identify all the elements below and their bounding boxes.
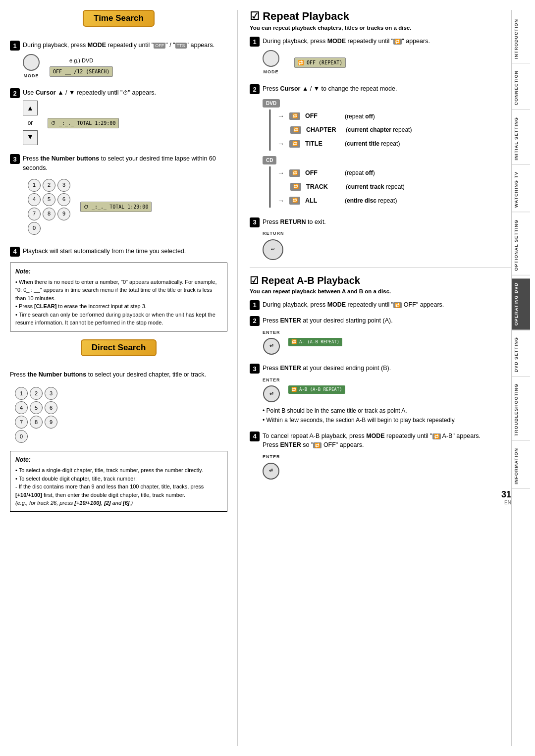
sidebar-optional-setting: OPTIONAL SETTING xyxy=(512,216,530,275)
repeat-ab-title: ☑ Repeat A-B Playback xyxy=(250,274,511,286)
ab-step4: 4 To cancel repeat A-B playback, press M… xyxy=(250,432,511,480)
cursor-down: ▲ xyxy=(23,130,38,145)
ab-notes: • Point B should be in the same title or… xyxy=(263,406,511,425)
enter-btn-b: ENTER ⏎ 🔁 A-B (A-B REPEAT) xyxy=(263,377,511,403)
dvd-title-row: → 🔁 TITLE (current title repeat) xyxy=(277,139,412,149)
enter-cancel-btn: ⏎ xyxy=(263,463,279,480)
page-number: 31 xyxy=(250,489,511,500)
cd-off-row: → 🔁 OFF (repeat off) xyxy=(277,168,405,178)
ab-display-a: 🔁 A- (A-B REPEAT) xyxy=(288,338,343,347)
time-search-step2: 2 Use Cursor ▲ / ▼ repeatedly until "⏱" … xyxy=(10,88,227,148)
enter-cancel-label: ENTER xyxy=(263,454,280,461)
or-label: or xyxy=(28,118,33,127)
step-number-1: 1 xyxy=(10,41,20,51)
step3-content: Press the Number buttons to select your … xyxy=(23,154,227,241)
sidebar: INTRODUCTION CONNECTION INITIAL SETTING … xyxy=(511,10,530,746)
mode-button-img xyxy=(23,54,40,71)
step1-content: During playback, press MODE repeatedly u… xyxy=(23,41,227,82)
r-step-num-2: 2 xyxy=(250,84,260,94)
number-grid: 1 2 3 4 5 6 7 8 9 xyxy=(28,179,70,235)
time-search-display: OFF __ /12 (SEARCH) xyxy=(50,66,113,77)
sidebar-troubleshooting: TROUBLESHOOTING xyxy=(512,379,530,441)
num-3: 3 xyxy=(57,179,70,192)
time-search-step3: 3 Press the Number buttons to select you… xyxy=(10,154,227,241)
cd-section: CD → 🔁 OFF (repeat off) 🔁 xyxy=(263,156,511,208)
ab-step2: 2 Press ENTER at your desired starting p… xyxy=(250,316,511,358)
time-search-note: Note: • When there is no need to enter a… xyxy=(10,263,227,331)
enter-button-a: ⏎ xyxy=(263,338,280,355)
repeat-step1: 1 During playback, press MODE repeatedly… xyxy=(250,37,511,78)
sidebar-introduction: INTRODUCTION xyxy=(512,15,530,63)
ds-note-3: - If the disc contains more than 9 and l… xyxy=(15,483,222,499)
direct-search-title: Direct Search xyxy=(81,339,157,356)
num-2: 2 xyxy=(43,179,55,192)
r-step1-content: During playback, press MODE repeatedly u… xyxy=(263,37,511,78)
time-search-step4: 4 Playback will start automatically from… xyxy=(10,247,227,257)
dvd-chapter-row: 🔁 CHAPTER (current chapter repeat) xyxy=(277,125,412,135)
ab-step-num-3: 3 xyxy=(250,364,260,374)
direct-search-buttons: 1 2 3 4 5 6 7 8 9 0 xyxy=(10,384,227,446)
ds-num-9: 9 xyxy=(45,416,57,429)
ds-note-title: Note: xyxy=(15,455,222,464)
r-mode-label: MODE xyxy=(264,69,279,76)
direct-search-note: Note: • To select a single-digit chapter… xyxy=(10,451,227,512)
step4-content: Playback will start automatically from t… xyxy=(23,247,227,256)
note-item-1: • When there is no need to enter a numbe… xyxy=(15,278,222,303)
dvd-off-row: → 🔁 OFF (repeat off) xyxy=(277,111,412,121)
num-1: 1 xyxy=(28,179,41,192)
cursor-up: ▲ xyxy=(23,101,38,115)
ds-num-4: 4 xyxy=(15,401,28,414)
ab-step1-content: During playback, press MODE repeatedly u… xyxy=(263,300,511,310)
dvd-badge: DVD xyxy=(263,99,280,108)
sidebar-dvd-setting: DVD SETTING xyxy=(512,333,530,377)
r-step-num-1: 1 xyxy=(250,37,260,47)
enter-label-b: ENTER xyxy=(263,377,280,384)
num-6: 6 xyxy=(57,193,70,206)
ds-num-3: 3 xyxy=(45,387,57,400)
dvd-section: DVD → 🔁 OFF (repeat off) 🔁 xyxy=(263,99,511,151)
r-mode-button xyxy=(263,50,279,67)
repeat-playback-title: ☑ Repeat Playback xyxy=(250,10,511,23)
r-step-num-3: 3 xyxy=(250,217,260,227)
ds-num-0: 0 xyxy=(15,430,28,443)
repeat-subtitle: You can repeat playback chapters, titles… xyxy=(250,25,511,31)
note-title: Note: xyxy=(15,267,222,276)
ds-note-1: • To select a single-digit chapter, titl… xyxy=(15,466,222,475)
time-search-display2: ⏱ _:_._ TOTAL 1:29:00 xyxy=(48,118,119,128)
ab-step4-content: To cancel repeat A-B playback, press MOD… xyxy=(263,432,511,480)
ab-step2-content: Press ENTER at your desired starting poi… xyxy=(263,316,511,358)
ds-num-1: 1 xyxy=(15,387,28,400)
enter-button-b: ⏎ xyxy=(263,385,280,402)
ab-step-num-1: 1 xyxy=(250,300,260,310)
page-number-area: 31 EN xyxy=(250,489,511,505)
ds-num-6: 6 xyxy=(45,401,57,414)
cd-track-row: 🔁 TRACK (current track repeat) xyxy=(277,182,405,192)
sidebar-information: INFORMATION xyxy=(512,444,530,489)
r-step2-content: Press Cursor ▲ / ▼ to change the repeat … xyxy=(263,84,511,211)
ds-note-2: • To select double digit chapter, title,… xyxy=(15,475,222,483)
ab-display-b: 🔁 A-B (A-B REPEAT) xyxy=(288,385,345,394)
cd-badge: CD xyxy=(263,156,276,164)
en-label: EN xyxy=(250,500,511,505)
ab-step-num-4: 4 xyxy=(250,432,260,441)
num-7: 7 xyxy=(28,208,41,220)
ds-num-8: 8 xyxy=(30,416,43,429)
cursor-buttons: ▲ xyxy=(23,101,38,115)
note-item-3: • Time search can only be performed duri… xyxy=(15,311,222,327)
sidebar-connection: CONNECTION xyxy=(512,66,530,110)
enter-label-a: ENTER xyxy=(263,329,280,336)
sidebar-operating-dvd: OPERATING DVD xyxy=(512,278,530,330)
num-8: 8 xyxy=(43,208,55,220)
ab-step-num-2: 2 xyxy=(250,316,260,326)
num-5: 5 xyxy=(43,193,55,206)
sidebar-initial-setting: INITIAL SETTING xyxy=(512,113,530,165)
step-number-2: 2 xyxy=(10,88,20,98)
repeat-step2: 2 Press Cursor ▲ / ▼ to change the repea… xyxy=(250,84,511,211)
return-button-img: ↩ xyxy=(263,239,283,260)
mode-label: MODE xyxy=(24,73,39,80)
repeat-ab-subtitle: You can repeat playback between A and B … xyxy=(250,288,511,294)
cd-all-row: → 🔁 ALL (entire disc repeat) xyxy=(277,196,405,206)
num-4: 4 xyxy=(28,193,41,206)
step-number-3: 3 xyxy=(10,154,20,164)
direct-search-intro: Press the Number buttons to select your … xyxy=(10,370,227,379)
